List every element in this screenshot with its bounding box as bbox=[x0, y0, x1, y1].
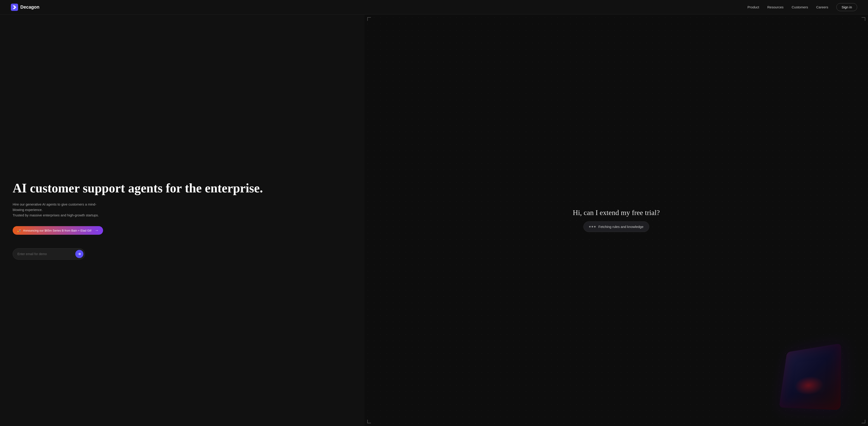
email-submit-button[interactable] bbox=[75, 250, 84, 258]
nav-link-customers[interactable]: Customers bbox=[792, 5, 808, 9]
dot-1 bbox=[589, 226, 591, 227]
corner-bottom-left bbox=[367, 420, 371, 423]
corner-bottom-right bbox=[862, 420, 865, 423]
logo-text: Decagon bbox=[20, 4, 39, 10]
nav-link-product[interactable]: Product bbox=[747, 5, 759, 9]
email-demo-form bbox=[13, 248, 85, 260]
dot-3 bbox=[594, 226, 596, 227]
corner-top-right bbox=[862, 17, 865, 21]
dot-2 bbox=[592, 226, 593, 227]
announcement-banner[interactable]: 🎉 Announcing our $65m Series B from Bain… bbox=[13, 226, 103, 235]
arrow-right-icon bbox=[78, 252, 81, 256]
hero-section: AI customer support agents for the enter… bbox=[0, 15, 868, 426]
3d-cube bbox=[779, 343, 841, 410]
hero-right-panel: Hi, can I extend my free trial? Fetching… bbox=[365, 15, 868, 426]
chat-response-bubble: Fetching rules and knowledge bbox=[583, 221, 649, 232]
nav-link-resources[interactable]: Resources bbox=[767, 5, 784, 9]
chat-demo-container: Hi, can I extend my free trial? Fetching… bbox=[573, 208, 660, 232]
announcement-text: Announcing our $65m Series B from Bain +… bbox=[23, 229, 92, 232]
chat-response-text: Fetching rules and knowledge bbox=[598, 225, 643, 229]
typing-indicator bbox=[589, 226, 596, 227]
3d-cube-wrapper bbox=[778, 344, 841, 408]
announcement-arrow-icon: → bbox=[95, 228, 98, 232]
hero-title: AI customer support agents for the enter… bbox=[13, 181, 352, 195]
hero-subtitle: Hire our generative AI agents to give cu… bbox=[13, 202, 103, 218]
announcement-emoji: 🎉 bbox=[17, 229, 21, 232]
chat-question: Hi, can I extend my free trial? bbox=[573, 208, 660, 217]
nav-links: Product Resources Customers Careers Sign… bbox=[747, 3, 857, 11]
signin-button[interactable]: Sign in bbox=[836, 3, 857, 11]
corner-top-left bbox=[367, 17, 371, 21]
logo[interactable]: Decagon bbox=[11, 4, 39, 11]
navbar: Decagon Product Resources Customers Care… bbox=[0, 0, 868, 15]
decagon-logo-icon bbox=[11, 4, 18, 11]
nav-link-careers[interactable]: Careers bbox=[816, 5, 828, 9]
email-input[interactable] bbox=[18, 252, 73, 256]
hero-left-panel: AI customer support agents for the enter… bbox=[0, 15, 365, 426]
